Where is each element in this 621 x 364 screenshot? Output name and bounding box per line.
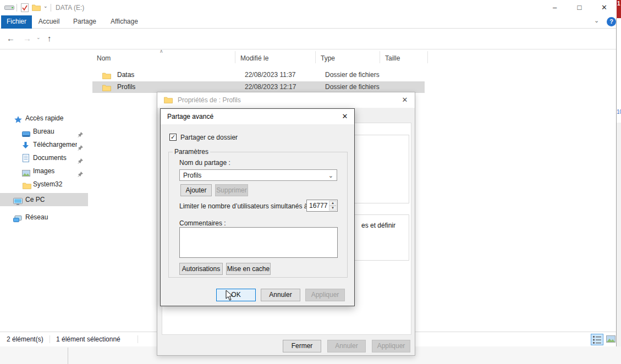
share-name-value: Profils bbox=[183, 170, 201, 181]
new-folder-icon[interactable] bbox=[32, 4, 41, 13]
close-icon[interactable]: ✕ bbox=[338, 111, 352, 123]
sidebar-item-telechargements[interactable]: Téléchargements bbox=[0, 138, 88, 151]
navigation-bar: ← → ⌄ ↑ › Ce PC › DATA (E:) ⌄ ↻ bbox=[0, 29, 621, 49]
computer-icon bbox=[13, 196, 23, 209]
column-separator[interactable] bbox=[427, 51, 428, 63]
edge-partial-text: 10 bbox=[617, 109, 621, 115]
share-name-label: Nom du partage : bbox=[179, 159, 230, 167]
file-name: Profils bbox=[117, 81, 135, 93]
divider bbox=[51, 4, 51, 12]
mise-en-cache-button[interactable]: Mise en cache bbox=[226, 263, 271, 275]
spin-down-icon[interactable]: ▼ bbox=[329, 206, 337, 211]
sidebar-item-label: Téléchargements bbox=[33, 138, 77, 151]
folder-icon bbox=[102, 84, 111, 95]
title-bar[interactable]: ⌄ DATA (E:) – □ ✕ bbox=[0, 0, 621, 15]
folder-icon bbox=[164, 96, 173, 105]
sidebar-item-label: Ce PC bbox=[25, 193, 45, 206]
tab-accueil[interactable]: Accueil bbox=[34, 15, 64, 29]
drive-icon bbox=[4, 4, 14, 13]
maximize-button[interactable]: □ bbox=[567, 0, 592, 15]
file-name: Datas bbox=[117, 69, 134, 81]
items-count: 2 élément(s) bbox=[7, 335, 43, 343]
divider bbox=[17, 4, 17, 12]
combo-chevron-icon[interactable]: ⌄ bbox=[328, 170, 333, 181]
help-icon[interactable]: ? bbox=[607, 17, 616, 26]
limit-users-value: 16777 bbox=[309, 202, 329, 209]
comments-textarea[interactable] bbox=[179, 227, 338, 258]
column-header-nom[interactable]: Nom bbox=[97, 54, 111, 62]
folder-icon bbox=[23, 180, 31, 194]
comments-label: Commentaires : bbox=[179, 219, 226, 227]
sidebar-item-documents[interactable]: Documents bbox=[0, 151, 88, 164]
file-modified: 22/08/2023 11:37 bbox=[245, 69, 296, 81]
column-separator[interactable] bbox=[315, 51, 316, 63]
share-folder-checkbox[interactable]: ✓ bbox=[169, 134, 177, 141]
ribbon-collapse-icon[interactable]: ⌄ bbox=[594, 17, 599, 24]
autorisations-button[interactable]: Autorisations bbox=[179, 263, 223, 275]
selected-count: 1 élément sélectionné bbox=[56, 335, 120, 343]
sidebar-item-label: Images bbox=[33, 164, 54, 178]
advanced-sharing-dialog: Partage avancé ✕ ✓ Partager ce dossier P… bbox=[160, 108, 355, 306]
sidebar-item-images[interactable]: Images bbox=[0, 164, 88, 178]
file-type: Dossier de fichiers bbox=[325, 81, 380, 93]
window-title: DATA (E:) bbox=[56, 4, 84, 12]
share-name-combobox[interactable]: Profils ⌄ bbox=[179, 169, 337, 181]
sharing-dialog-title: Partage avancé bbox=[167, 113, 213, 120]
annuler-button[interactable]: Annuler bbox=[261, 289, 300, 301]
clipped-description-text: es et définir bbox=[361, 222, 395, 229]
properties-dialog-titlebar[interactable]: Propriétés de : Profils ✕ bbox=[157, 92, 415, 108]
recent-locations-icon[interactable]: ⌄ bbox=[36, 35, 41, 40]
sidebar-item-label: Accès rapide bbox=[25, 112, 63, 125]
appliquer-button[interactable]: Appliquer bbox=[372, 340, 410, 352]
properties-check-icon[interactable] bbox=[21, 3, 29, 14]
divider bbox=[138, 335, 138, 343]
details-view-button[interactable] bbox=[591, 334, 603, 345]
sharing-dialog-titlebar[interactable]: Partage avancé ✕ bbox=[161, 109, 354, 124]
parametres-group-label: Paramètres bbox=[173, 148, 210, 156]
ribbon-tabstrip: Fichier Accueil Partage Affichage ⌄ ? bbox=[0, 15, 621, 29]
ajouter-button[interactable]: Ajouter bbox=[180, 184, 212, 196]
annuler-button[interactable]: Annuler bbox=[327, 340, 366, 352]
up-icon[interactable]: ↑ bbox=[47, 34, 52, 43]
column-header-taille[interactable]: Taille bbox=[385, 54, 400, 62]
sidebar-item-bureau[interactable]: Bureau bbox=[0, 125, 88, 138]
column-header-type[interactable]: Type bbox=[321, 54, 335, 62]
tab-affichage[interactable]: Affichage bbox=[107, 15, 142, 29]
spin-up-icon[interactable]: ▲ bbox=[329, 201, 337, 206]
limit-users-spinner[interactable]: 16777 ▲ ▼ bbox=[306, 200, 338, 212]
sidebar-item-label: Documents bbox=[33, 151, 67, 164]
fermer-button[interactable]: Fermer bbox=[283, 340, 321, 352]
file-row-datas[interactable]: Datas 22/08/2023 11:37 Dossier de fichie… bbox=[92, 69, 425, 81]
edge-red-badge: 1 bbox=[617, 0, 621, 18]
tab-fichier[interactable]: Fichier bbox=[1, 15, 32, 29]
back-icon[interactable]: ← bbox=[7, 34, 15, 43]
edge-clipped-window bbox=[616, 123, 621, 346]
sidebar-item-label: Réseau bbox=[25, 211, 48, 224]
file-modified: 22/08/2023 12:17 bbox=[245, 81, 296, 93]
forward-icon[interactable]: → bbox=[23, 34, 31, 43]
column-separator[interactable] bbox=[380, 51, 380, 63]
screen: ⌄ DATA (E:) – □ ✕ Fichier Accueil Partag… bbox=[0, 0, 621, 364]
minimize-button[interactable]: – bbox=[542, 0, 567, 15]
sidebar-item-label: System32 bbox=[33, 178, 62, 191]
sidebar-item-system32[interactable]: System32 bbox=[0, 178, 88, 191]
sidebar-item-ce-pc[interactable]: Ce PC bbox=[0, 193, 88, 206]
column-separator[interactable] bbox=[235, 51, 235, 63]
sidebar: Accès rapide Bureau Téléchargements bbox=[0, 49, 88, 332]
qat-dropdown-icon[interactable]: ⌄ bbox=[43, 3, 48, 9]
close-button[interactable]: ✕ bbox=[592, 0, 617, 15]
mouse-cursor bbox=[226, 290, 233, 303]
file-row-profils[interactable]: Profils 22/08/2023 12:17 Dossier de fich… bbox=[92, 81, 425, 93]
column-header-modifie[interactable]: Modifié le bbox=[240, 54, 268, 62]
appliquer-button[interactable]: Appliquer bbox=[305, 289, 345, 301]
ok-button[interactable]: OK bbox=[216, 289, 256, 301]
close-icon[interactable]: ✕ bbox=[398, 94, 412, 106]
sidebar-item-reseau[interactable]: Réseau bbox=[0, 211, 88, 224]
divider bbox=[68, 348, 68, 364]
thumbnails-view-button[interactable] bbox=[606, 335, 616, 344]
supprimer-button[interactable]: Supprimer bbox=[215, 184, 248, 196]
properties-dialog-title: Propriétés de : Profils bbox=[178, 96, 241, 104]
sidebar-item-acces-rapide[interactable]: Accès rapide bbox=[0, 112, 88, 125]
tab-partage[interactable]: Partage bbox=[69, 15, 100, 29]
sidebar-item-label: Bureau bbox=[33, 125, 54, 138]
